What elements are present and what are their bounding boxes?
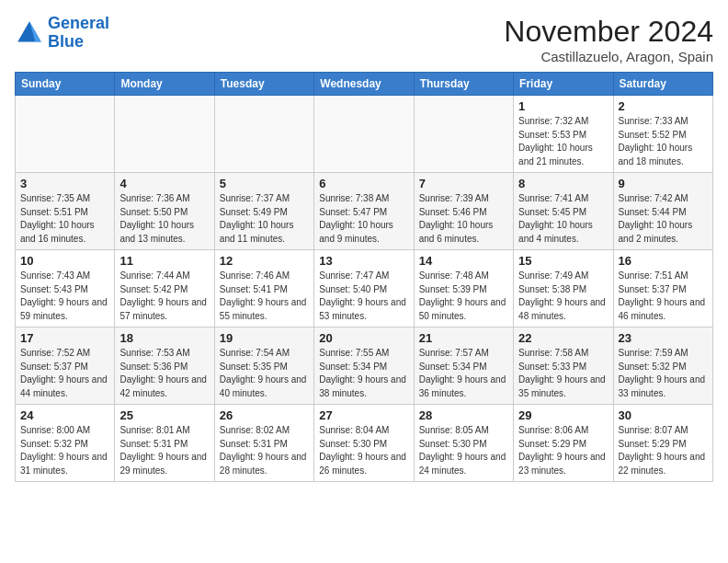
calendar-table: SundayMondayTuesdayWednesdayThursdayFrid…: [15, 72, 713, 482]
calendar-cell: 5Sunrise: 7:37 AM Sunset: 5:49 PM Daylig…: [214, 173, 313, 250]
calendar-cell: [16, 96, 115, 173]
calendar-cell: 10Sunrise: 7:43 AM Sunset: 5:43 PM Dayli…: [16, 250, 115, 327]
calendar-cell: 16Sunrise: 7:51 AM Sunset: 5:37 PM Dayli…: [613, 250, 712, 327]
day-number: 1: [518, 99, 608, 113]
day-info: Sunrise: 8:07 AM Sunset: 5:29 PM Dayligh…: [619, 424, 708, 477]
day-number: 5: [220, 177, 309, 190]
day-number: 3: [20, 177, 109, 190]
weekday-header-cell: Tuesday: [214, 73, 313, 96]
day-number: 18: [119, 331, 209, 345]
day-number: 4: [119, 177, 209, 190]
calendar-cell: 1Sunrise: 7:32 AM Sunset: 5:53 PM Daylig…: [514, 96, 613, 173]
day-info: Sunrise: 7:41 AM Sunset: 5:45 PM Dayligh…: [518, 192, 608, 246]
day-info: Sunrise: 7:36 AM Sunset: 5:50 PM Dayligh…: [119, 192, 209, 246]
day-number: 20: [319, 331, 408, 345]
day-number: 22: [518, 331, 608, 345]
calendar-week-row: 17Sunrise: 7:52 AM Sunset: 5:37 PM Dayli…: [16, 327, 713, 405]
calendar-cell: 4Sunrise: 7:36 AM Sunset: 5:50 PM Daylig…: [115, 173, 214, 250]
calendar-cell: 24Sunrise: 8:00 AM Sunset: 5:32 PM Dayli…: [16, 405, 115, 482]
day-info: Sunrise: 7:38 AM Sunset: 5:47 PM Dayligh…: [319, 192, 408, 246]
weekday-header-cell: Wednesday: [314, 73, 414, 96]
calendar-cell: 25Sunrise: 8:01 AM Sunset: 5:31 PM Dayli…: [115, 405, 214, 482]
calendar-cell: 2Sunrise: 7:33 AM Sunset: 5:52 PM Daylig…: [613, 96, 712, 173]
calendar-cell: 26Sunrise: 8:02 AM Sunset: 5:31 PM Dayli…: [214, 405, 313, 482]
calendar-cell: 23Sunrise: 7:59 AM Sunset: 5:32 PM Dayli…: [613, 327, 712, 405]
day-info: Sunrise: 7:33 AM Sunset: 5:52 PM Dayligh…: [619, 115, 708, 168]
day-number: 24: [20, 408, 109, 422]
day-info: Sunrise: 7:54 AM Sunset: 5:35 PM Dayligh…: [220, 347, 309, 400]
location-title: Castillazuelo, Aragon, Spain: [504, 49, 713, 64]
calendar-cell: 13Sunrise: 7:47 AM Sunset: 5:40 PM Dayli…: [314, 250, 414, 327]
calendar-cell: 8Sunrise: 7:41 AM Sunset: 5:45 PM Daylig…: [514, 173, 613, 250]
day-number: 11: [119, 254, 209, 268]
day-number: 9: [619, 177, 708, 190]
calendar-cell: 28Sunrise: 8:05 AM Sunset: 5:30 PM Dayli…: [414, 405, 513, 482]
day-number: 17: [20, 331, 109, 345]
calendar-cell: [314, 96, 414, 173]
calendar-week-row: 1Sunrise: 7:32 AM Sunset: 5:53 PM Daylig…: [16, 96, 713, 173]
day-number: 21: [419, 331, 508, 345]
calendar-cell: [414, 96, 513, 173]
day-info: Sunrise: 7:42 AM Sunset: 5:44 PM Dayligh…: [619, 192, 708, 246]
calendar-cell: 18Sunrise: 7:53 AM Sunset: 5:36 PM Dayli…: [115, 327, 214, 405]
day-info: Sunrise: 7:32 AM Sunset: 5:53 PM Dayligh…: [518, 115, 608, 168]
month-title: November 2024: [504, 15, 713, 49]
weekday-header-cell: Thursday: [414, 73, 513, 96]
day-info: Sunrise: 7:49 AM Sunset: 5:38 PM Dayligh…: [518, 270, 608, 323]
weekday-header-row: SundayMondayTuesdayWednesdayThursdayFrid…: [16, 73, 713, 96]
logo-text: General Blue: [48, 15, 109, 52]
calendar-cell: 17Sunrise: 7:52 AM Sunset: 5:37 PM Dayli…: [16, 327, 115, 405]
day-info: Sunrise: 7:48 AM Sunset: 5:39 PM Dayligh…: [419, 270, 508, 323]
calendar-cell: 27Sunrise: 8:04 AM Sunset: 5:30 PM Dayli…: [314, 405, 414, 482]
day-number: 8: [518, 177, 608, 190]
calendar-cell: 30Sunrise: 8:07 AM Sunset: 5:29 PM Dayli…: [613, 405, 712, 482]
calendar-cell: [214, 96, 313, 173]
calendar-cell: 15Sunrise: 7:49 AM Sunset: 5:38 PM Dayli…: [514, 250, 613, 327]
weekday-header-cell: Monday: [115, 73, 214, 96]
calendar-week-row: 24Sunrise: 8:00 AM Sunset: 5:32 PM Dayli…: [16, 405, 713, 482]
calendar-cell: 20Sunrise: 7:55 AM Sunset: 5:34 PM Dayli…: [314, 327, 414, 405]
day-number: 30: [619, 408, 708, 422]
day-number: 23: [619, 331, 708, 345]
day-info: Sunrise: 8:01 AM Sunset: 5:31 PM Dayligh…: [119, 424, 209, 477]
calendar-cell: 19Sunrise: 7:54 AM Sunset: 5:35 PM Dayli…: [214, 327, 313, 405]
calendar-cell: 12Sunrise: 7:46 AM Sunset: 5:41 PM Dayli…: [214, 250, 313, 327]
day-info: Sunrise: 7:59 AM Sunset: 5:32 PM Dayligh…: [619, 347, 708, 400]
calendar-cell: 3Sunrise: 7:35 AM Sunset: 5:51 PM Daylig…: [16, 173, 115, 250]
calendar-cell: [115, 96, 214, 173]
weekday-header-cell: Friday: [514, 73, 613, 96]
page-header: General Blue November 2024 Castillazuelo…: [15, 15, 713, 64]
calendar-cell: 14Sunrise: 7:48 AM Sunset: 5:39 PM Dayli…: [414, 250, 513, 327]
calendar-cell: 21Sunrise: 7:57 AM Sunset: 5:34 PM Dayli…: [414, 327, 513, 405]
day-number: 10: [20, 254, 109, 268]
day-info: Sunrise: 8:04 AM Sunset: 5:30 PM Dayligh…: [319, 424, 408, 477]
day-info: Sunrise: 8:05 AM Sunset: 5:30 PM Dayligh…: [419, 424, 508, 477]
day-info: Sunrise: 7:35 AM Sunset: 5:51 PM Dayligh…: [20, 192, 109, 246]
day-number: 27: [319, 408, 408, 422]
day-number: 6: [319, 177, 408, 190]
day-number: 28: [419, 408, 508, 422]
day-number: 19: [220, 331, 309, 345]
day-number: 2: [619, 99, 708, 113]
weekday-header-cell: Saturday: [613, 73, 712, 96]
logo-line1: General: [48, 14, 109, 32]
day-info: Sunrise: 8:02 AM Sunset: 5:31 PM Dayligh…: [220, 424, 309, 477]
day-number: 26: [220, 408, 309, 422]
day-info: Sunrise: 8:00 AM Sunset: 5:32 PM Dayligh…: [20, 424, 109, 477]
title-area: November 2024 Castillazuelo, Aragon, Spa…: [504, 15, 713, 64]
day-number: 7: [419, 177, 508, 190]
day-info: Sunrise: 7:57 AM Sunset: 5:34 PM Dayligh…: [419, 347, 508, 400]
weekday-header-cell: Sunday: [16, 73, 115, 96]
day-number: 14: [419, 254, 508, 268]
day-info: Sunrise: 7:51 AM Sunset: 5:37 PM Dayligh…: [619, 270, 708, 323]
calendar-body: 1Sunrise: 7:32 AM Sunset: 5:53 PM Daylig…: [16, 96, 713, 482]
day-number: 16: [619, 254, 708, 268]
calendar-cell: 6Sunrise: 7:38 AM Sunset: 5:47 PM Daylig…: [314, 173, 414, 250]
day-info: Sunrise: 7:43 AM Sunset: 5:43 PM Dayligh…: [20, 270, 109, 323]
calendar-cell: 22Sunrise: 7:58 AM Sunset: 5:33 PM Dayli…: [514, 327, 613, 405]
day-info: Sunrise: 7:55 AM Sunset: 5:34 PM Dayligh…: [319, 347, 408, 400]
calendar-cell: 29Sunrise: 8:06 AM Sunset: 5:29 PM Dayli…: [514, 405, 613, 482]
day-number: 25: [119, 408, 209, 422]
calendar-cell: 11Sunrise: 7:44 AM Sunset: 5:42 PM Dayli…: [115, 250, 214, 327]
day-info: Sunrise: 7:53 AM Sunset: 5:36 PM Dayligh…: [119, 347, 209, 400]
